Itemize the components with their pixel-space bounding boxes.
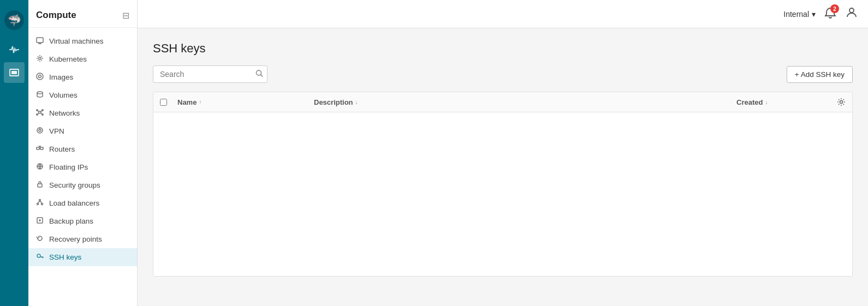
sidebar-item-icon-vpn [36,127,44,136]
select-all-checkbox[interactable] [160,99,167,106]
sidebar-item-images[interactable]: Images [28,68,137,86]
sidebar-item-icon-load-balancers [36,199,44,208]
svg-point-21 [39,129,41,131]
table-header-description[interactable]: Description ↓ [310,98,732,106]
column-description-label: Description [314,98,353,106]
sidebar-item-floating-ips[interactable]: Floating IPs [28,158,137,176]
table-header-created[interactable]: Created ↓ [732,98,830,106]
notification-button[interactable]: 2 [824,7,836,21]
svg-point-9 [39,75,41,78]
sidebar-item-label-load-balancers: Load balancers [49,199,99,207]
sidebar-item-label-kubernetes: Kubernetes [49,55,87,63]
search-input[interactable] [153,65,267,83]
sidebar-item-icon-floating-ips [36,163,44,172]
sidebar: Compute ⊟ Virtual machinesKubernetesImag… [28,0,138,306]
sidebar-collapse-button[interactable]: ⊟ [122,10,129,21]
svg-rect-30 [38,184,42,187]
sidebar-item-icon-backup-plans [36,217,44,226]
table-header-checkbox [153,99,173,106]
sidebar-item-routers[interactable]: Routers [28,140,137,158]
environment-selector[interactable]: Internal ▾ [783,10,816,19]
sidebar-icon-pulse[interactable] [4,39,25,60]
user-profile-button[interactable] [845,6,858,22]
sidebar-item-label-backup-plans: Backup plans [49,217,93,225]
svg-point-8 [37,73,43,80]
svg-point-7 [39,57,41,59]
sidebar-item-ssh-keys[interactable]: SSH keys [28,248,137,266]
toolbar: + Add SSH key [153,65,853,83]
svg-point-43 [849,8,854,13]
sidebar-nav: Virtual machinesKubernetesImagesVolumesN… [28,28,137,271]
column-created-label: Created [736,98,763,106]
sidebar-item-label-images: Images [49,73,73,81]
svg-point-39 [37,254,40,257]
table-header: Name ↑ Description ↓ Created ↓ [153,92,852,112]
column-name-label: Name [177,98,197,106]
topbar-right: Internal ▾ 2 [783,6,858,22]
svg-point-13 [42,110,43,111]
sidebar-item-icon-virtual-machines [36,37,44,46]
page-title: SSH keys [153,41,853,56]
svg-rect-4 [37,38,43,43]
svg-text:🦈: 🦈 [8,14,21,27]
sidebar-item-load-balancers[interactable]: Load balancers [28,194,137,212]
sidebar-item-networks[interactable]: Networks [28,104,137,122]
svg-rect-24 [40,147,43,149]
main-content: Internal ▾ 2 SSH keys [138,0,868,306]
svg-rect-23 [37,147,39,149]
notification-badge: 2 [830,4,839,13]
sidebar-header: Compute ⊟ [28,0,137,28]
search-icon [255,70,263,79]
search-wrapper [153,65,267,83]
svg-point-32 [37,203,39,205]
svg-line-34 [38,201,40,203]
svg-point-46 [840,101,843,104]
sidebar-item-vpn[interactable]: VPN [28,122,137,140]
brand-logo: 🦈 [4,5,25,39]
svg-point-12 [37,110,38,111]
svg-point-15 [42,114,43,115]
sidebar-item-icon-routers [36,145,44,154]
sidebar-item-recovery-points[interactable]: Recovery points [28,230,137,248]
sidebar-item-label-virtual-machines: Virtual machines [49,37,104,45]
environment-label: Internal [783,10,809,19]
sidebar-item-label-floating-ips: Floating IPs [49,163,88,171]
svg-line-45 [261,75,263,77]
sidebar-item-label-vpn: VPN [49,127,64,135]
topbar: Internal ▾ 2 [138,0,868,28]
sidebar-item-security-groups[interactable]: Security groups [28,176,137,194]
sidebar-item-volumes[interactable]: Volumes [28,86,137,104]
name-sort-asc-icon: ↑ [199,99,201,105]
sidebar-item-icon-ssh-keys [36,253,44,262]
content-area: SSH keys + Add SSH key [138,28,868,306]
sidebar-item-label-routers: Routers [49,145,75,153]
created-sort-desc-icon: ↓ [765,99,768,105]
ssh-keys-table: Name ↑ Description ↓ Created ↓ [153,92,853,277]
add-ssh-key-label: + Add SSH key [795,70,845,79]
icon-bar: 🦈 [0,0,28,306]
sidebar-item-kubernetes[interactable]: Kubernetes [28,50,137,68]
sidebar-item-virtual-machines[interactable]: Virtual machines [28,32,137,50]
svg-point-10 [37,92,43,94]
sidebar-item-label-security-groups: Security groups [49,181,100,189]
sidebar-item-backup-plans[interactable]: Backup plans [28,212,137,230]
svg-line-16 [38,111,39,112]
settings-gear-icon [837,98,846,106]
table-header-name[interactable]: Name ↑ [173,98,310,106]
svg-point-44 [257,70,261,75]
svg-point-33 [41,203,43,205]
sidebar-icon-compute[interactable] [4,62,25,83]
svg-line-35 [40,201,42,203]
add-ssh-key-button[interactable]: + Add SSH key [787,66,853,83]
svg-line-18 [38,113,39,114]
svg-rect-3 [11,71,17,74]
sidebar-item-label-volumes: Volumes [49,91,78,99]
sidebar-item-icon-volumes [36,91,44,100]
svg-point-31 [39,200,41,201]
table-body [153,112,852,276]
sidebar-item-label-recovery-points: Recovery points [49,235,102,243]
sidebar-title: Compute [36,10,76,21]
table-header-settings[interactable] [830,98,852,106]
svg-line-17 [40,111,42,112]
sidebar-item-label-networks: Networks [49,109,80,117]
